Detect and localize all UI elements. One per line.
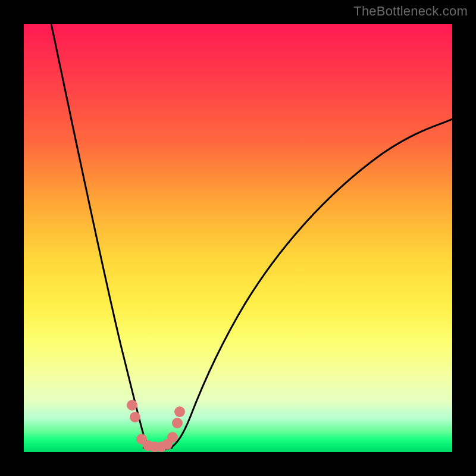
marker-dot (172, 418, 183, 428)
curve-layer (24, 24, 452, 452)
marker-dot (130, 412, 140, 422)
marker-dot (167, 432, 178, 443)
plot-area (24, 24, 452, 452)
watermark-text: TheBottleneck.com (353, 4, 468, 19)
outer-frame: TheBottleneck.com (0, 0, 476, 476)
marker-group (127, 400, 185, 452)
marker-dot (127, 400, 137, 411)
curve-left-branch (51, 24, 155, 450)
marker-dot (174, 406, 185, 417)
curve-right-branch (170, 119, 452, 449)
